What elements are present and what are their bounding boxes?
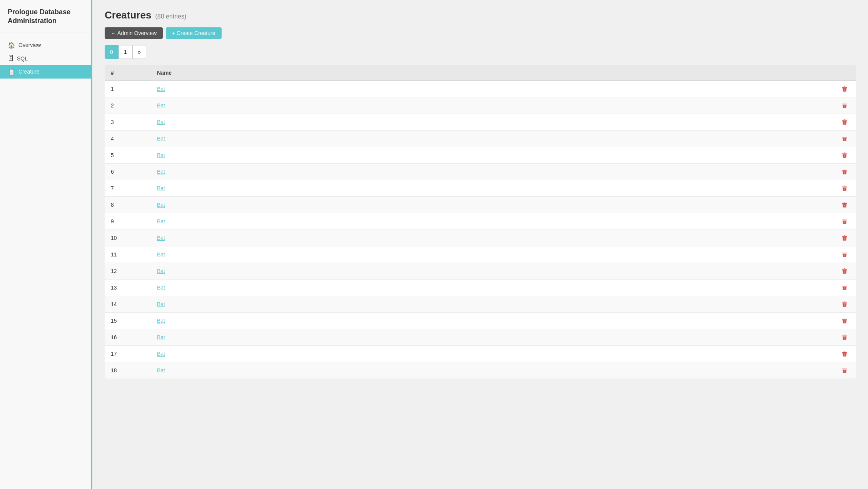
page-title: Creatures xyxy=(105,9,151,21)
cell-id: 13 xyxy=(105,280,151,296)
cell-action xyxy=(833,97,856,114)
sidebar-item-sql[interactable]: 🗄 SQL xyxy=(0,52,91,65)
sidebar-item-creature[interactable]: 📋 Creature xyxy=(0,65,91,79)
table-row: 1Bat xyxy=(105,81,856,97)
cell-action xyxy=(833,131,856,147)
cell-id: 2 xyxy=(105,97,151,114)
table-row: 18Bat xyxy=(105,362,856,379)
table-icon: 📋 xyxy=(8,68,15,75)
cell-name: Bat xyxy=(151,362,833,379)
delete-button[interactable] xyxy=(840,167,850,176)
table-row: 14Bat xyxy=(105,296,856,313)
cell-name: Bat xyxy=(151,230,833,246)
delete-button[interactable] xyxy=(840,101,850,110)
sidebar-item-sql-label: SQL xyxy=(17,55,28,62)
page-btn-0[interactable]: 0 xyxy=(105,45,119,59)
delete-button[interactable] xyxy=(840,283,850,292)
cell-name: Bat xyxy=(151,296,833,313)
creature-name-link[interactable]: Bat xyxy=(157,268,165,274)
delete-button[interactable] xyxy=(840,184,850,193)
cell-name: Bat xyxy=(151,97,833,114)
cell-id: 14 xyxy=(105,296,151,313)
action-buttons: ← Admin Overview + Create Creature xyxy=(105,27,856,39)
page-header: Creatures (80 entries) xyxy=(105,9,856,21)
home-icon: 🏠 xyxy=(8,42,15,49)
sidebar-item-overview-label: Overview xyxy=(18,42,41,48)
cell-id: 11 xyxy=(105,246,151,263)
table-row: 3Bat xyxy=(105,114,856,131)
sidebar-item-creature-label: Creature xyxy=(18,69,39,75)
table-row: 10Bat xyxy=(105,230,856,246)
delete-button[interactable] xyxy=(840,217,850,226)
cell-name: Bat xyxy=(151,213,833,230)
creature-name-link[interactable]: Bat xyxy=(157,334,165,340)
sidebar: Prologue Database Administration 🏠 Overv… xyxy=(0,0,92,489)
cell-id: 15 xyxy=(105,313,151,329)
creature-name-link[interactable]: Bat xyxy=(157,367,165,373)
delete-button[interactable] xyxy=(840,300,850,308)
cell-id: 6 xyxy=(105,164,151,180)
cell-action xyxy=(833,81,856,97)
delete-button[interactable] xyxy=(840,267,850,275)
delete-button[interactable] xyxy=(840,85,850,93)
table-row: 16Bat xyxy=(105,329,856,346)
page-btn-next[interactable]: » xyxy=(132,45,146,59)
delete-button[interactable] xyxy=(840,134,850,143)
cell-id: 4 xyxy=(105,131,151,147)
cell-name: Bat xyxy=(151,263,833,280)
delete-button[interactable] xyxy=(840,317,850,325)
col-header-id: # xyxy=(105,65,151,81)
creature-name-link[interactable]: Bat xyxy=(157,86,165,92)
cell-name: Bat xyxy=(151,197,833,213)
col-header-name: Name xyxy=(151,65,833,81)
delete-button[interactable] xyxy=(840,250,850,259)
cell-action xyxy=(833,296,856,313)
cell-name: Bat xyxy=(151,81,833,97)
delete-button[interactable] xyxy=(840,201,850,209)
creature-name-link[interactable]: Bat xyxy=(157,152,165,158)
creature-name-link[interactable]: Bat xyxy=(157,251,165,258)
app-title: Prologue Database Administration xyxy=(0,8,91,32)
create-creature-button[interactable]: + Create Creature xyxy=(166,27,221,39)
cell-id: 1 xyxy=(105,81,151,97)
creature-name-link[interactable]: Bat xyxy=(157,318,165,324)
cell-name: Bat xyxy=(151,346,833,362)
table-body: 1Bat 2Bat 3Bat 4Bat 5Bat 6Bat 7Bat 8Bat … xyxy=(105,81,856,379)
creature-name-link[interactable]: Bat xyxy=(157,351,165,357)
cell-id: 16 xyxy=(105,329,151,346)
page-btn-1[interactable]: 1 xyxy=(119,45,132,59)
delete-button[interactable] xyxy=(840,234,850,242)
cell-id: 18 xyxy=(105,362,151,379)
delete-button[interactable] xyxy=(840,333,850,342)
creature-name-link[interactable]: Bat xyxy=(157,136,165,142)
cell-id: 5 xyxy=(105,147,151,164)
sidebar-item-overview[interactable]: 🏠 Overview xyxy=(0,39,91,52)
table-row: 11Bat xyxy=(105,246,856,263)
creature-name-link[interactable]: Bat xyxy=(157,119,165,125)
creature-name-link[interactable]: Bat xyxy=(157,235,165,241)
cell-id: 10 xyxy=(105,230,151,246)
cell-id: 8 xyxy=(105,197,151,213)
cell-action xyxy=(833,329,856,346)
creature-name-link[interactable]: Bat xyxy=(157,285,165,291)
delete-button[interactable] xyxy=(840,366,850,375)
table-row: 5Bat xyxy=(105,147,856,164)
col-header-action xyxy=(833,65,856,81)
pagination: 0 1 » xyxy=(105,45,856,59)
creature-name-link[interactable]: Bat xyxy=(157,169,165,175)
delete-button[interactable] xyxy=(840,118,850,126)
creature-name-link[interactable]: Bat xyxy=(157,202,165,208)
cell-name: Bat xyxy=(151,114,833,131)
creature-name-link[interactable]: Bat xyxy=(157,301,165,307)
cell-id: 3 xyxy=(105,114,151,131)
delete-button[interactable] xyxy=(840,151,850,159)
admin-overview-button[interactable]: ← Admin Overview xyxy=(105,27,163,39)
cell-name: Bat xyxy=(151,131,833,147)
cell-action xyxy=(833,230,856,246)
delete-button[interactable] xyxy=(840,350,850,358)
sidebar-nav: 🏠 Overview 🗄 SQL 📋 Creature xyxy=(0,39,91,79)
cell-action xyxy=(833,346,856,362)
creature-name-link[interactable]: Bat xyxy=(157,218,165,224)
creature-name-link[interactable]: Bat xyxy=(157,185,165,191)
creature-name-link[interactable]: Bat xyxy=(157,102,165,109)
